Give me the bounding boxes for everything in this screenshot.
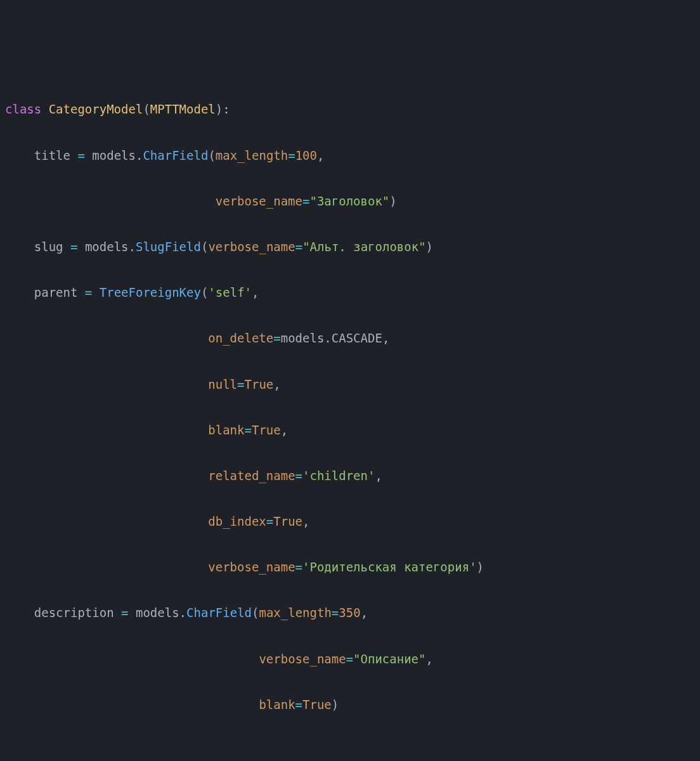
code-line: blank=True) xyxy=(5,693,695,716)
fn-call: CharField xyxy=(143,148,208,162)
keyword-class: class xyxy=(5,102,41,116)
kwarg: blank xyxy=(259,698,295,712)
class-name: CategoryModel xyxy=(49,102,143,116)
code-line: verbose_name="Заголовок") xyxy=(5,190,695,212)
kwarg: verbose_name xyxy=(208,240,295,254)
kwarg: verbose_name xyxy=(259,652,346,666)
kwarg: related_name xyxy=(208,469,295,483)
attr-name: slug xyxy=(34,240,63,254)
fn-call: CharField xyxy=(186,606,252,620)
code-editor-view[interactable]: class CategoryModel(MPTTModel): title = … xyxy=(5,98,695,761)
attr-name: parent xyxy=(34,285,78,299)
attr-name: description xyxy=(34,606,114,620)
kwarg: db_index xyxy=(208,514,266,528)
kwarg: max_length xyxy=(259,606,331,620)
code-line: blank=True, xyxy=(5,419,695,441)
code-line: db_index=True, xyxy=(5,510,695,533)
code-line: slug = models.SlugField(verbose_name="Ал… xyxy=(5,235,695,258)
base-class: MPTTModel xyxy=(150,102,216,116)
attr-name: title xyxy=(34,148,70,162)
kwarg: blank xyxy=(208,423,244,437)
kwarg: verbose_name xyxy=(216,194,302,208)
code-line: class CategoryModel(MPTTModel): xyxy=(5,98,695,120)
kwarg: on_delete xyxy=(208,331,273,345)
code-line: title = models.CharField(max_length=100, xyxy=(5,144,695,167)
code-line: on_delete=models.CASCADE, xyxy=(5,327,695,349)
code-line: related_name='children', xyxy=(5,464,695,487)
kwarg: null xyxy=(208,377,237,391)
kwarg: max_length xyxy=(216,148,288,162)
code-line: description = models.CharField(max_lengt… xyxy=(5,601,695,624)
code-line: verbose_name="Описание", xyxy=(5,647,695,670)
code-line: null=True, xyxy=(5,373,695,396)
fn-call: SlugField xyxy=(136,240,201,254)
fn-call: TreeForeignKey xyxy=(100,285,201,299)
kwarg: verbose_name xyxy=(208,560,295,574)
code-line xyxy=(5,739,695,761)
code-line: verbose_name='Родительская категория') xyxy=(5,556,695,578)
code-line: parent = TreeForeignKey('self', xyxy=(5,281,695,304)
